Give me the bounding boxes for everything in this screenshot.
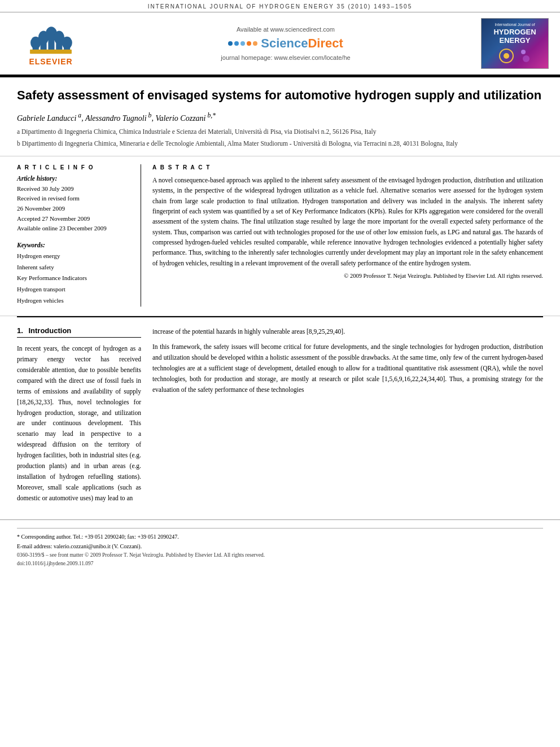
svg-point-9 bbox=[62, 37, 72, 49]
article-info-col: A R T I C L E I N F O Article history: R… bbox=[17, 164, 141, 307]
intro-left-para: In recent years, the concept of hydrogen… bbox=[17, 343, 141, 504]
received-date: Received 30 July 2009 bbox=[17, 184, 132, 194]
copyright-footer: 0360-3199/$ – see front matter © 2009 Pr… bbox=[17, 551, 543, 568]
abstract-heading: A B S T R A C T bbox=[152, 164, 543, 171]
authors-line: Gabriele Landucci a, Alessandro Tugnoli … bbox=[17, 112, 543, 123]
intro-left-text: In recent years, the concept of hydrogen… bbox=[17, 343, 141, 504]
sd-direct: Direct bbox=[308, 36, 343, 50]
svg-rect-10 bbox=[30, 50, 72, 54]
history-label: Article history: bbox=[17, 175, 132, 182]
dot-3 bbox=[240, 41, 245, 46]
logos-row: ELSEVIER Available at www.sciencedirect.… bbox=[0, 12, 560, 76]
cover-journal: HYDROGEN bbox=[493, 28, 536, 37]
revised-label: Received in revised form bbox=[17, 194, 132, 204]
cover-title: International Journal of HYDROGEN ENERGY bbox=[493, 23, 536, 45]
section-number: 1. bbox=[17, 326, 23, 335]
copyright-line: 0360-3199/$ – see front matter © 2009 Pr… bbox=[17, 551, 543, 560]
kw-3: Key Performance Indicators bbox=[17, 273, 132, 284]
author-1-sup: a bbox=[76, 112, 81, 119]
footer-divider bbox=[17, 528, 543, 528]
dot-1 bbox=[228, 41, 233, 46]
intro-right-para1: increase of the potential hazards in hig… bbox=[152, 326, 543, 337]
kw-5: Hydrogen vehicles bbox=[17, 295, 132, 307]
article-info-abstract-section: A R T I C L E I N F O Article history: R… bbox=[0, 156, 560, 316]
intro-right-col: increase of the potential hazards in hig… bbox=[152, 326, 543, 509]
hydrogen-cover: International Journal of HYDROGEN ENERGY bbox=[481, 18, 549, 69]
kw-4: Hydrogen transport bbox=[17, 284, 132, 295]
article-title-section: Safety assessment of envisaged systems f… bbox=[0, 77, 560, 156]
sd-science: Science bbox=[261, 36, 308, 50]
author-1: Gabriele Landucci bbox=[17, 113, 76, 122]
dot-5 bbox=[253, 41, 257, 46]
author-3-sup: b,* bbox=[205, 112, 215, 119]
author-2: Alessandro Tugnoli bbox=[85, 113, 147, 122]
keywords-section: Keywords: Hydrogen energy Inherent safet… bbox=[17, 242, 132, 307]
revised-date: 26 November 2009 bbox=[17, 204, 132, 214]
intro-right-para2: In this framework, the safety issues wil… bbox=[152, 342, 543, 395]
cover-intl: International Journal of bbox=[493, 23, 536, 27]
intro-right-text: increase of the potential hazards in hig… bbox=[152, 326, 543, 395]
abstract-text: A novel consequence-based approach was a… bbox=[152, 175, 543, 269]
abstract-col: A B S T R A C T A novel consequence-base… bbox=[152, 164, 543, 307]
kw-1: Hydrogen energy bbox=[17, 251, 132, 262]
article-info-heading: A R T I C L E I N F O bbox=[17, 164, 132, 171]
available-at-text: Available at www.sciencedirect.com bbox=[90, 26, 481, 33]
article-main-title: Safety assessment of envisaged systems f… bbox=[17, 88, 543, 104]
available-date: Available online 23 December 2009 bbox=[17, 224, 132, 234]
cover-graphic bbox=[498, 47, 532, 64]
email-line: E-mail address: valerio.cozzani@unibo.it… bbox=[17, 541, 543, 551]
author-3: Valerio Cozzani bbox=[155, 113, 205, 122]
intro-title: 1. Introduction bbox=[17, 326, 141, 338]
kw-2: Inherent safety bbox=[17, 262, 132, 273]
accepted-date: Accepted 27 November 2009 bbox=[17, 214, 132, 224]
sciencedirect-logo: ScienceDirect bbox=[90, 36, 481, 51]
cover-energy: ENERGY bbox=[493, 36, 536, 45]
keywords-label: Keywords: bbox=[17, 242, 132, 248]
affiliation-a: a Dipartimento di Ingegneria Chimica, Ch… bbox=[17, 127, 543, 137]
center-info: Available at www.sciencedirect.com Scien… bbox=[90, 26, 481, 61]
elsevier-logo: ELSEVIER bbox=[11, 18, 90, 69]
corresponding-author: * Corresponding author. Tel.: +39 051 20… bbox=[17, 532, 543, 541]
elsevier-tree-icon bbox=[25, 21, 76, 55]
section-title-text: Introduction bbox=[28, 326, 71, 335]
dot-4 bbox=[247, 41, 251, 46]
svg-point-13 bbox=[521, 50, 526, 54]
elsevier-label: ELSEVIER bbox=[29, 57, 72, 66]
journal-header: INTERNATIONAL JOURNAL OF HYDROGEN ENERGY… bbox=[0, 0, 560, 12]
affiliation-b: b Dipartimento di Ingegneria Chimica, Mi… bbox=[17, 139, 543, 148]
introduction-section: 1. Introduction In recent years, the con… bbox=[0, 317, 560, 509]
author-2-sup: b bbox=[147, 112, 152, 119]
sd-dots bbox=[228, 41, 257, 46]
page-footer: * Corresponding author. Tel.: +39 051 20… bbox=[0, 519, 560, 574]
intro-left-col: 1. Introduction In recent years, the con… bbox=[17, 326, 141, 509]
affiliations: a Dipartimento di Ingegneria Chimica, Ch… bbox=[17, 127, 543, 148]
page: INTERNATIONAL JOURNAL OF HYDROGEN ENERGY… bbox=[0, 0, 560, 747]
svg-point-14 bbox=[523, 55, 530, 62]
dot-2 bbox=[234, 41, 239, 46]
sd-text: ScienceDirect bbox=[261, 36, 343, 51]
doi-line: doi:10.1016/j.ijhydene.2009.11.097 bbox=[17, 560, 543, 568]
journal-homepage: journal homepage: www.elsevier.com/locat… bbox=[90, 54, 481, 61]
svg-point-12 bbox=[504, 53, 509, 59]
journal-title-header: INTERNATIONAL JOURNAL OF HYDROGEN ENERGY… bbox=[148, 3, 412, 10]
abstract-copyright: © 2009 Professor T. Nejat Veziroglu. Pub… bbox=[152, 273, 543, 279]
